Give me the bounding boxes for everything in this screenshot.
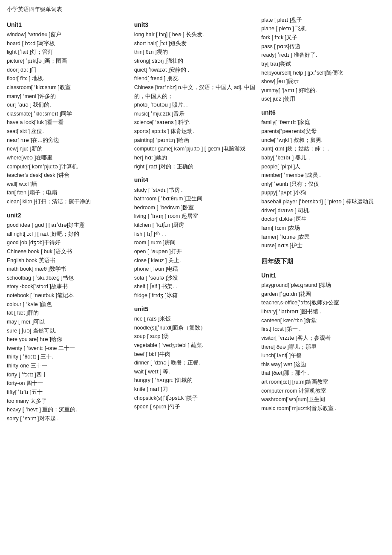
- page-title: 小学英语四年级单词表: [7, 5, 385, 14]
- list-item: member[ ˈmembə ]成员 .: [261, 171, 385, 180]
- list-item: knife [ naɪf ]刀: [134, 385, 258, 394]
- list-item: computer game[ kəmˈpjuːtə ] [ ɡeɪm ]电脑游戏: [134, 145, 258, 153]
- list-item: schoolbag [ ˈskuːlbæɡ ]书包: [7, 274, 131, 283]
- list-item: playground[ˈpleɪɡraund ]操场: [261, 281, 385, 290]
- list-item: board [ bɔːd ]写字板: [7, 39, 131, 48]
- list-item: long hair [ lɔŋ] [ heə ] 长头发.: [134, 30, 258, 39]
- list-item: near[ nɪə ]在…的旁边: [7, 136, 131, 145]
- list-item: rice [ raɪs ]米饭: [134, 315, 258, 324]
- list-item: where[weə ]在哪里: [7, 153, 131, 162]
- list-item: Chinese [traɪˈniːz] n.中文，汉语；中国人 adj. 中国的…: [134, 83, 258, 101]
- list-item: window[ ˈwɪndəu ]窗户: [7, 30, 131, 39]
- list-item: thirty-one 三十一: [7, 361, 131, 370]
- lower-unit1-words: playground[ˈpleɪɡraund ]操场garden [ˈɡɑːdn…: [261, 281, 385, 413]
- list-item: room [ ruːm ]房间: [134, 238, 258, 247]
- list-item: fat [ fæt ]胖的: [7, 309, 131, 318]
- list-item: yummy[ ˈjʌmɪ ] 好吃的.: [261, 86, 385, 95]
- list-item: open [ ˈəupən ]打开: [134, 247, 258, 256]
- unit6-title: unit6: [261, 108, 385, 117]
- list-item: fork [ fɔːk ]叉子: [261, 33, 385, 42]
- list-item: computer room 计算机教室: [261, 387, 385, 396]
- list-item: English book 英语书: [7, 256, 131, 265]
- list-item: fish [ fɪʃ ]鱼 . .: [134, 230, 258, 239]
- list-item: soup [ suːp ]汤: [134, 332, 258, 341]
- unit5-title: unit5: [134, 304, 258, 314]
- list-item: pass [ pɑːs]传递: [261, 42, 385, 51]
- list-item: her[ hɑː ]她的: [134, 153, 258, 162]
- list-item: library[ ˈlaɪbrərɪ ]图书馆 .: [261, 307, 385, 316]
- list-item: sure [ ʃuə] 当然可以.: [7, 327, 131, 335]
- list-item: visitor[ ˈvɪzɪtə ]客人；参观者: [261, 334, 385, 343]
- list-item: may [ meɪ ]可以: [7, 318, 131, 327]
- list-item: all right[ ɔːl ] [ raɪt ]好吧；好的: [7, 230, 131, 239]
- list-item: beef [ biːf ]牛肉: [134, 350, 258, 359]
- list-item: math book[ mæθ ]数学书: [7, 265, 131, 274]
- list-item: too many 太多了: [7, 397, 131, 406]
- list-item: photo[ ˈfəutəu ] 照片. .: [134, 101, 258, 110]
- list-item: fifty[ ˈfɪftɪ ]五十: [7, 388, 131, 397]
- column-1: Unit1 window[ ˈwɪndəu ]窗户board [ bɔːd ]写…: [7, 16, 134, 423]
- list-item: washroom[ˈwɔʃrum]卫生间: [261, 395, 385, 404]
- list-item: Chinese book [ buk ]语文书: [7, 247, 131, 256]
- list-item: shelf [ ʃelf ] 书架. .: [134, 282, 258, 291]
- list-item: light [ˈlait ]灯；管灯: [7, 48, 131, 57]
- list-item: noodle(s)[ˈnuːdl]面条（复数）: [134, 324, 258, 332]
- unit1-title: Unit1: [7, 20, 131, 29]
- list-item: good idea [ ɡud ] [ aɪˈdɪə]好主意: [7, 221, 131, 230]
- list-item: chopstick(s)[ˈtʃɔpstɪk ]筷子: [134, 394, 258, 403]
- list-item: parents[ˈpeərənts]父母: [261, 127, 385, 136]
- list-item: sofa [ ˈsəufə ]沙发: [134, 274, 258, 283]
- unit5-cont: plate [ pleɪt ]盘子plane [ pleɪn ] 飞机fork …: [261, 16, 385, 104]
- list-item: hungry [ ˈhʌŋɡrɪ ]饥饿的: [134, 376, 258, 385]
- list-item: wait [ weɪt ] 等.: [134, 367, 258, 376]
- list-item: good job [dʒɔb]干得好: [7, 238, 131, 247]
- list-item: twenty [ ˈtwentɪ ]-one 二十一: [7, 344, 131, 353]
- list-item: use[ juːz ]使用: [261, 95, 385, 104]
- list-item: helpyourself[ help ] [jɔːˈself]随便吃: [261, 69, 385, 78]
- column-2: unit3 long hair [ lɔŋ] [ heə ] 长头发.short…: [134, 16, 262, 423]
- list-item: study [ ˈstʌdɪ ]书房 .: [134, 186, 258, 195]
- list-item: clean[ kliːn ]打扫；清洁；擦干净的: [7, 197, 131, 206]
- list-item: story -book[ˈstɔːri ]故事书: [7, 282, 131, 291]
- list-item: plane [ pleɪn ] 飞机: [261, 24, 385, 33]
- list-item: thirty [ ˈθɑːtɪ ] 三十.: [7, 353, 131, 361]
- list-item: puppy[ ˈpʌpɪ ]小狗: [261, 188, 385, 197]
- list-item: fan[ fæn ]扇子；电扇: [7, 188, 131, 197]
- list-item: heavy [ ˈhevɪ ] 重的；沉重的.: [7, 405, 131, 414]
- unit2-title: unit2: [7, 211, 131, 220]
- list-item: farmer[ ˈfɑːmə ]农民: [261, 233, 385, 242]
- list-item: there[ ðeə ]哪儿；那里: [261, 343, 385, 352]
- list-item: doctor[ dɔktə ]医生: [261, 215, 385, 224]
- list-item: uncle[ ˈʌŋkl ] 叔叔；舅男.: [261, 136, 385, 145]
- list-item: teacher,s-office[ˈɔfɪs]教师办公室: [261, 298, 385, 307]
- lower-unit1-title: Unit1: [261, 271, 385, 280]
- list-item: bedroom [ ˈbedrʌm ]卧室: [134, 203, 258, 212]
- lower-title: 四年级下期: [261, 256, 385, 266]
- list-item: right [ raɪt ]对的；正确的: [134, 162, 258, 171]
- list-item: this way[ weɪ ]这边: [261, 360, 385, 369]
- list-item: people[ ˈpiːpl ]人: [261, 162, 385, 171]
- list-item: new[ njuː ]新的: [7, 145, 131, 153]
- list-item: baby[ ˈbeɪbɪ ] 婴儿. .: [261, 153, 385, 162]
- list-item: music room[ˈmjuːzɪk]音乐教室 .: [261, 404, 385, 413]
- list-item: short hair[ ʃɔːt ]短头发: [134, 39, 258, 48]
- list-item: that [ðæt]那；那个 .: [261, 369, 385, 378]
- list-item: wall[ wɔːl ]墙: [7, 180, 131, 189]
- list-item: strong[ strɔŋ ]强壮的: [134, 57, 258, 66]
- list-item: farm[ fɑːm ]农场: [261, 224, 385, 233]
- list-item: fridge [ frɪdʒ ]冰箱: [134, 291, 258, 300]
- list-item: forty [ ˈfɔːtɪ ]四十: [7, 370, 131, 379]
- list-item: classmate[ ˈklɑːsmeɪt ]同学: [7, 110, 131, 119]
- list-item: dinner [ ˈdɪnə ] 晚餐；正餐.: [134, 358, 258, 367]
- unit4-words: study [ ˈstʌdɪ ]书房 .bathroom [ ˈbɑːθrum …: [134, 186, 258, 300]
- column-3: plate [ pleɪt ]盘子plane [ pleɪn ] 飞机fork …: [261, 16, 385, 423]
- list-item: colour [ ˈkʌlə ]颜色: [7, 300, 131, 309]
- list-item: spoon [ spuːn ]勺子: [134, 402, 258, 411]
- list-item: art room[ɑːt] [ruːm]绘画教室: [261, 378, 385, 387]
- list-item: plate [ pleɪt ]盘子: [261, 16, 385, 25]
- list-item: computer[ kəmˈpjuːtə ]计算机: [7, 162, 131, 171]
- list-item: seat[ siːt ] 座位.: [7, 127, 131, 136]
- unit2-words: good idea [ ɡud ] [ aɪˈdɪə]好主意all right[…: [7, 221, 131, 423]
- list-item: family[ ˈfæmɪlɪ ]家庭: [261, 118, 385, 127]
- list-item: have a look[ luk ]看一看: [7, 118, 131, 127]
